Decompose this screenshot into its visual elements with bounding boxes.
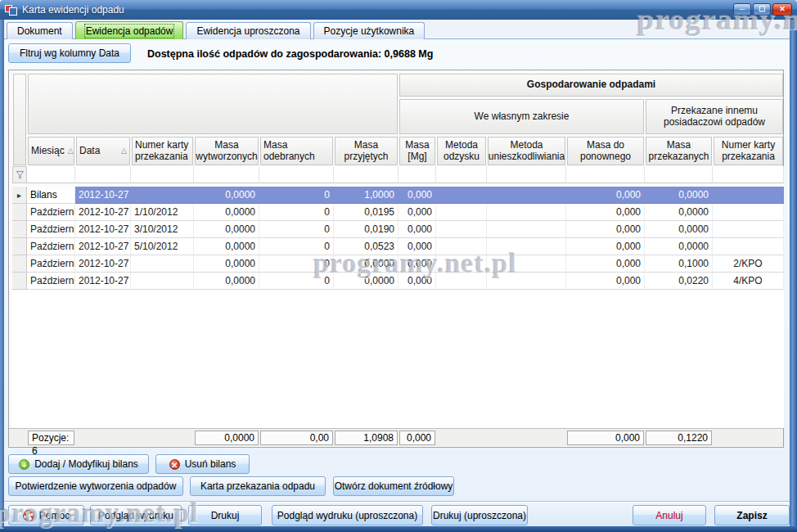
filter-cell-10[interactable] — [566, 166, 645, 183]
cell[interactable]: 0,000 — [566, 204, 645, 221]
cell[interactable]: 0,000 — [398, 273, 436, 290]
column-header-10[interactable]: Masa do ponownego — [567, 137, 644, 165]
column-header-8[interactable]: Metoda odzysku — [437, 137, 486, 165]
add-modify-bilans-button[interactable]: + Dodaj / Modyfikuj bilans — [8, 454, 149, 474]
cell[interactable]: 0 — [259, 255, 334, 273]
cell[interactable]: 2012-10-27 — [75, 187, 131, 204]
cell[interactable] — [487, 255, 566, 273]
column-header-12[interactable]: Numer karty przekazania — [714, 137, 783, 165]
column-header-5[interactable]: Masa odebranych — [260, 137, 333, 165]
cell[interactable]: Październik — [27, 221, 75, 238]
cell[interactable]: 0 — [259, 187, 334, 204]
cell[interactable]: 0,0195 — [334, 204, 398, 221]
cell[interactable] — [487, 204, 566, 221]
cell[interactable]: 0 — [259, 204, 334, 221]
tab-pozycje-uzytkownika[interactable]: Pozycje użytkownika — [313, 22, 426, 39]
cell[interactable]: Październik — [27, 204, 75, 221]
cell[interactable]: 0,1000 — [645, 255, 713, 273]
cell[interactable]: 0 — [259, 273, 334, 290]
cell[interactable]: 0,000 — [398, 255, 436, 273]
column-header-3[interactable]: Numer karty przekazania — [132, 137, 193, 165]
cell[interactable]: 2012-10-27 — [75, 273, 131, 290]
filter-cell-3[interactable] — [131, 166, 194, 183]
close-button[interactable]: ✕ — [772, 3, 792, 16]
cell[interactable]: Październik — [27, 273, 75, 290]
tab-ewidencja-odpadow[interactable]: Ewidencja odpadów — [75, 21, 184, 39]
cell[interactable] — [131, 187, 194, 204]
cell[interactable] — [487, 221, 566, 238]
cell[interactable] — [436, 238, 487, 255]
row-header[interactable]: ▸ — [12, 187, 27, 204]
print-button[interactable]: Drukuj — [188, 505, 262, 525]
cell[interactable] — [487, 238, 566, 255]
cell[interactable]: Październik — [27, 238, 75, 255]
cell[interactable] — [713, 221, 784, 238]
cell[interactable]: 0,0000 — [645, 221, 713, 238]
cell[interactable]: 0 — [259, 238, 334, 255]
cell[interactable] — [131, 255, 194, 273]
cell[interactable] — [487, 273, 566, 290]
cell[interactable] — [131, 273, 194, 290]
filter-cell-9[interactable] — [487, 166, 566, 183]
filter-cell-6[interactable] — [334, 166, 398, 183]
column-header-2[interactable]: Data△ — [76, 137, 130, 165]
cell[interactable] — [713, 238, 784, 255]
column-header-4[interactable]: Masa wytworzonych — [195, 137, 259, 165]
cell[interactable]: 0,0000 — [645, 238, 713, 255]
minimize-button[interactable]: ─ — [733, 3, 751, 16]
cell[interactable]: 4/KPO — [713, 273, 784, 290]
confirm-generation-button[interactable]: Potwierdzenie wytworzenia odpadów — [8, 476, 183, 496]
cell[interactable]: 1,0000 — [334, 187, 398, 204]
cell[interactable]: 0,000 — [566, 238, 645, 255]
filter-cell-8[interactable] — [436, 166, 487, 183]
cell[interactable]: 0,000 — [566, 187, 645, 204]
filter-cell-4[interactable] — [194, 166, 259, 183]
cell[interactable]: 0,0220 — [645, 273, 713, 290]
cell[interactable] — [436, 204, 487, 221]
cell[interactable]: 0,000 — [398, 238, 436, 255]
print-preview-simple-button[interactable]: Podgląd wydruku (uproszczona) — [272, 505, 423, 525]
filter-cell-12[interactable] — [713, 166, 784, 183]
transfer-card-button[interactable]: Karta przekazania odpadu — [190, 476, 326, 496]
tab-ewidencja-uproszczona[interactable]: Ewidencja uproszczona — [186, 22, 310, 39]
cell[interactable]: 0,0000 — [194, 255, 259, 273]
column-header-7[interactable]: Masa [Mg] — [399, 137, 435, 165]
row-header[interactable] — [12, 221, 27, 238]
cell[interactable]: 0,000 — [566, 255, 645, 273]
cell[interactable]: 2012-10-27 — [75, 255, 131, 273]
cell[interactable]: 2012-10-27 — [75, 221, 131, 238]
filter-cell-7[interactable] — [398, 166, 436, 183]
filter-cell-11[interactable] — [645, 166, 713, 183]
filter-row-header[interactable] — [12, 166, 27, 183]
cell[interactable] — [713, 204, 784, 221]
column-header-9[interactable]: Metoda unieszkodliwiania — [488, 137, 565, 165]
cell[interactable] — [713, 187, 784, 204]
cell[interactable]: 0,0000 — [194, 204, 259, 221]
row-header[interactable] — [12, 204, 27, 221]
row-header[interactable] — [12, 273, 27, 290]
cell[interactable]: 0,0523 — [334, 238, 398, 255]
cell[interactable]: 2012-10-27 — [75, 238, 131, 255]
cell[interactable]: 3/10/2012 — [131, 221, 194, 238]
cell[interactable]: 0,0000 — [194, 221, 259, 238]
cell[interactable]: 0,0000 — [334, 273, 398, 290]
cell[interactable]: 0,0000 — [194, 187, 259, 204]
row-header[interactable] — [12, 238, 27, 255]
cell[interactable]: 0,000 — [566, 273, 645, 290]
column-header-1[interactable]: Miesiąc△ — [28, 137, 74, 165]
cell[interactable]: 0,0000 — [194, 238, 259, 255]
filter-cell-1[interactable] — [27, 166, 75, 183]
save-button[interactable]: Zapisz — [714, 505, 790, 525]
cell[interactable]: 1/10/2012 — [131, 204, 194, 221]
cell[interactable]: 0,0190 — [334, 221, 398, 238]
cell[interactable]: 0,0000 — [645, 204, 713, 221]
maximize-button[interactable]: ☐ — [753, 3, 771, 16]
cell[interactable]: 0,0000 — [645, 187, 713, 204]
delete-bilans-button[interactable]: ✕ Usuń bilans — [155, 454, 250, 474]
cell[interactable]: 0,000 — [398, 187, 436, 204]
tab-dokument[interactable]: Dokument — [7, 22, 73, 39]
cell[interactable]: 2/KPO — [713, 255, 784, 273]
cell[interactable]: Październik — [27, 255, 75, 273]
print-preview-button[interactable]: Podgląd wydruku — [90, 505, 182, 525]
filter-by-date-button[interactable]: Fltruj wg kolumny Data — [8, 43, 131, 63]
